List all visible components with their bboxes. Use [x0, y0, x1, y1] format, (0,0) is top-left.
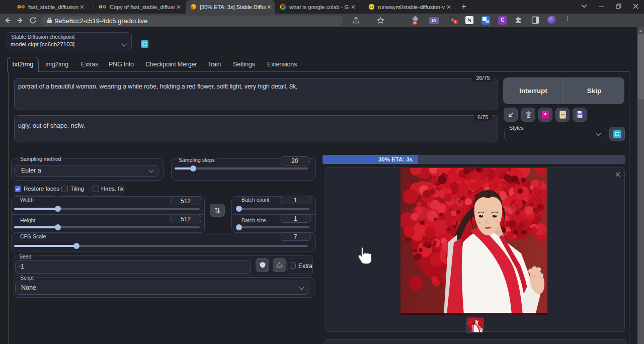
svg-text:20: 20	[413, 22, 416, 25]
